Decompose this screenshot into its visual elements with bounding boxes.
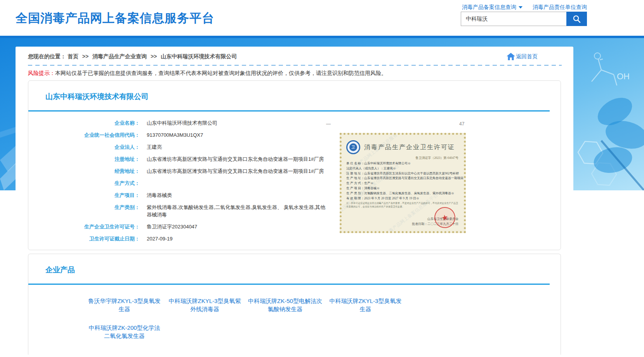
home-icon — [507, 53, 515, 60]
products-heading: 企业产品 — [28, 254, 561, 275]
field-row-credit-code: 企业统一社会信用代码： 91370700MA3M3U1QX7 — [28, 131, 339, 139]
field-row-license-number: 生产企业卫生许可证号： 鲁卫消证字202304047 — [28, 223, 339, 230]
field-row-registered-address: 注册地址： 山东省潍坊市高新区潍安路与宝通街交叉路口东北角自动变速器一期项目1#… — [28, 155, 339, 163]
breadcrumb: 您现在的位置： 首页 >> 消毒产品生产企业查询 >> 山东中科瑞沃环境技术有限… — [28, 53, 237, 60]
product-link-1[interactable]: 鲁沃华宇牌ZKYL-3型臭氧发生器 — [84, 297, 165, 313]
company-info-card: 山东中科瑞沃环境技术有限公司 — 47 企业名称： 山东中科瑞沃环境技术有限公司… — [28, 80, 561, 250]
chevron-down-icon — [519, 6, 522, 9]
nav-record-info-query[interactable]: 消毒产品备案信息查询 — [462, 4, 522, 11]
nav-responsible-unit-query[interactable]: 消毒产品责任单位查询 — [533, 4, 587, 11]
search-icon — [572, 14, 582, 24]
breadcrumb-row: 您现在的位置： 首页 >> 消毒产品生产企业查询 >> 山东中科瑞沃环境技术有限… — [16, 47, 573, 60]
company-products-card: 企业产品 鲁沃华宇牌ZKYL-3型臭氧发生器 中科瑞沃牌ZKYL-3型臭氧紫外线… — [28, 254, 561, 355]
certificate-title: 消毒产品生产企业卫生许可证 — [364, 143, 455, 152]
breadcrumb-enterprise-query-link[interactable]: 消毒产品生产企业查询 — [92, 53, 147, 59]
breadcrumb-separator: >> — [82, 53, 89, 59]
field-row-production-category: 生产类别： 紫外线消毒器,次氯酸钠发生器,二氧化氯发生器,臭氧发生器、 臭氧水发… — [28, 204, 339, 218]
svg-text:OH: OH — [617, 71, 630, 81]
breadcrumb-current: 山东中科瑞沃环境技术有限公司 — [161, 53, 237, 59]
company-name-heading: 山东中科瑞沃环境技术有限公司 — [28, 81, 561, 102]
page: OH 全国消毒产品网上备案信息服务平台 消毒产品备案信息查询 消毒产品责任单位查… — [0, 0, 644, 357]
breadcrumb-prefix: 您现在的位置： — [28, 53, 66, 59]
risk-notice: 风险提示：本网站仅基于已掌握的信息提供查询服务，查询结果不代表本网站对被查询对象… — [28, 70, 561, 77]
field-row-business-address: 经营地址： 山东省潍坊市高新区潍安路与宝通街交叉路口东北角自动变速器一期项目1#… — [28, 167, 339, 175]
certificate-number: 鲁卫消证字（2023）第-04047号 — [346, 156, 458, 160]
search-button[interactable] — [566, 12, 587, 26]
risk-notice-text: 本网站仅基于已掌握的信息提供查询服务，查询结果不代表本网站对被查询对象信用状况的… — [55, 70, 387, 76]
product-link-4[interactable]: 中科瑞沃牌ZKYL-3型臭氧发生器 — [325, 297, 406, 313]
site-header: 全国消毒产品网上备案信息服务平台 消毒产品备案信息查询 消毒产品责任单位查询 — [0, 0, 644, 36]
back-home-link[interactable]: 返回首页 — [507, 53, 538, 60]
product-link-2[interactable]: 中科瑞沃牌ZKYL-3型臭氧紫外线消毒器 — [165, 297, 245, 313]
company-fields: 企业名称： 山东中科瑞沃环境技术有限公司 企业统一社会信用代码： 9137070… — [28, 119, 339, 247]
certificate-top-fragment-number: 47 — [459, 121, 464, 127]
search-input[interactable] — [461, 12, 566, 26]
card-title-rule — [28, 110, 550, 111]
products-grid: 鲁沃华宇牌ZKYL-3型臭氧发生器 中科瑞沃牌ZKYL-3型臭氧紫外线消毒器 中… — [84, 297, 561, 340]
hygiene-license-certificate-image: 全国消毒产品网上备案信息服务平台 全国消毒产品网上备案信息服务平台 全国消毒产品… — [340, 133, 466, 233]
product-link-3[interactable]: 中科瑞沃牌ZK-50型电解法次氯酸钠发生器 — [245, 297, 325, 313]
search-bar — [461, 12, 587, 26]
dashed-divider — [28, 65, 562, 66]
field-row-legal-person: 企业法人： 王建亮 — [28, 143, 339, 151]
field-row-company-name: 企业名称： 山东中科瑞沃环境技术有限公司 — [28, 119, 339, 127]
certificate-emblem-icon: 卫 — [346, 140, 360, 154]
breadcrumb-home-link[interactable]: 首页 — [68, 53, 78, 59]
field-row-license-expiry: 卫生许可证截止日期： 2027-09-19 — [28, 235, 339, 242]
card-title-rule — [28, 284, 550, 285]
field-row-production-mode: 生产方式： — [28, 179, 339, 187]
red-seal-icon: ★ — [432, 205, 457, 230]
product-link-5[interactable]: 中科瑞沃牌ZK-200型化学法二氧化氯发生器 — [84, 324, 165, 340]
top-nav: 消毒产品备案信息查询 消毒产品责任单位查询 — [462, 4, 587, 11]
breadcrumb-separator: >> — [151, 53, 157, 59]
field-row-production-project: 生产项目： 消毒器械类 — [28, 192, 339, 199]
content-sheet: 您现在的位置： 首页 >> 消毒产品生产企业查询 >> 山东中科瑞沃环境技术有限… — [16, 47, 573, 357]
risk-notice-label: 风险提示： — [28, 70, 55, 76]
site-title: 全国消毒产品网上备案信息服务平台 — [16, 10, 214, 26]
